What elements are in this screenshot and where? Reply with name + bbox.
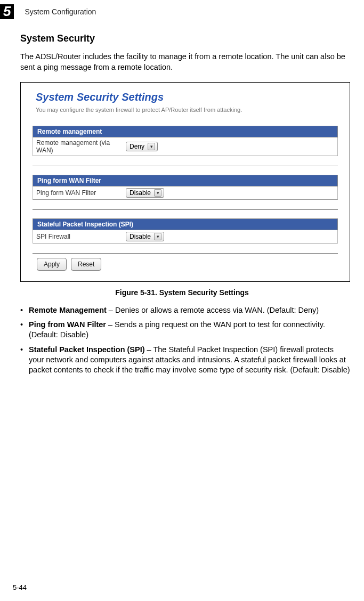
bullet-list: • Remote Management – Denies or allows a… [20, 305, 350, 375]
chevron-down-icon: ▾ [154, 233, 161, 240]
list-item: • Ping from WAN Filter – Sends a ping re… [20, 320, 350, 340]
screenshot-figure: System Security Settings You may configu… [20, 82, 350, 282]
remote-management-section: Remote management Remote management (via… [33, 126, 338, 156]
spi-header: Stateful Packet Inspection (SPI) [33, 218, 338, 230]
bullet-lead: Stateful Packet Inspection (SPI) [29, 345, 145, 354]
spi-select[interactable]: Disable ▾ [126, 232, 164, 241]
bullet-rest: – Denies or allows a remote access via W… [107, 306, 319, 314]
divider [33, 253, 338, 254]
remote-management-header: Remote management [33, 126, 338, 137]
figure-caption: Figure 5-31. System Security Settings [0, 288, 364, 297]
section-heading: System Security [20, 33, 364, 44]
ping-wan-header: Ping form WAN Filter [33, 175, 338, 186]
list-item: • Remote Management – Denies or allows a… [20, 305, 350, 315]
apply-button[interactable]: Apply [37, 258, 67, 271]
reset-button[interactable]: Reset [71, 258, 101, 271]
divider [33, 209, 338, 210]
remote-management-label: Remote management (via WAN) [36, 139, 126, 154]
remote-management-select-value: Deny [130, 143, 144, 150]
page-number: 5-44 [13, 583, 27, 591]
ping-wan-row: Ping form WAN Filter Disable ▾ [33, 186, 338, 200]
spi-select-value: Disable [130, 233, 151, 240]
button-row: Apply Reset [37, 258, 342, 271]
ping-wan-select[interactable]: Disable ▾ [126, 188, 164, 198]
bullet-marker: • [20, 320, 29, 340]
spi-label: SPI Firewall [36, 233, 126, 240]
chevron-down-icon: ▾ [148, 143, 155, 150]
bullet-lead: Remote Management [29, 306, 107, 314]
spi-row: SPI Firewall Disable ▾ [33, 230, 338, 243]
remote-management-row: Remote management (via WAN) Deny ▾ [33, 137, 338, 156]
ping-wan-section: Ping form WAN Filter Ping form WAN Filte… [33, 175, 338, 200]
screenshot-subtext: You may configure the system firewall to… [36, 107, 342, 113]
screenshot-title: System Security Settings [36, 91, 342, 103]
chapter-number-box: 5 [0, 4, 14, 19]
ping-wan-select-value: Disable [130, 189, 151, 197]
page-header: 5 System Configuration [0, 0, 364, 22]
chevron-down-icon: ▾ [154, 189, 161, 197]
remote-management-select[interactable]: Deny ▾ [126, 142, 158, 151]
ping-wan-label: Ping form WAN Filter [36, 189, 126, 197]
bullet-marker: • [20, 345, 29, 375]
divider [33, 166, 338, 166]
bullet-marker: • [20, 305, 29, 315]
list-item: • Stateful Packet Inspection (SPI) – The… [20, 345, 350, 375]
intro-paragraph: The ADSL/Router includes the facility to… [20, 52, 350, 72]
chapter-title: System Configuration [25, 7, 96, 16]
bullet-lead: Ping from WAN Filter [29, 320, 106, 329]
spi-section: Stateful Packet Inspection (SPI) SPI Fir… [33, 218, 338, 243]
